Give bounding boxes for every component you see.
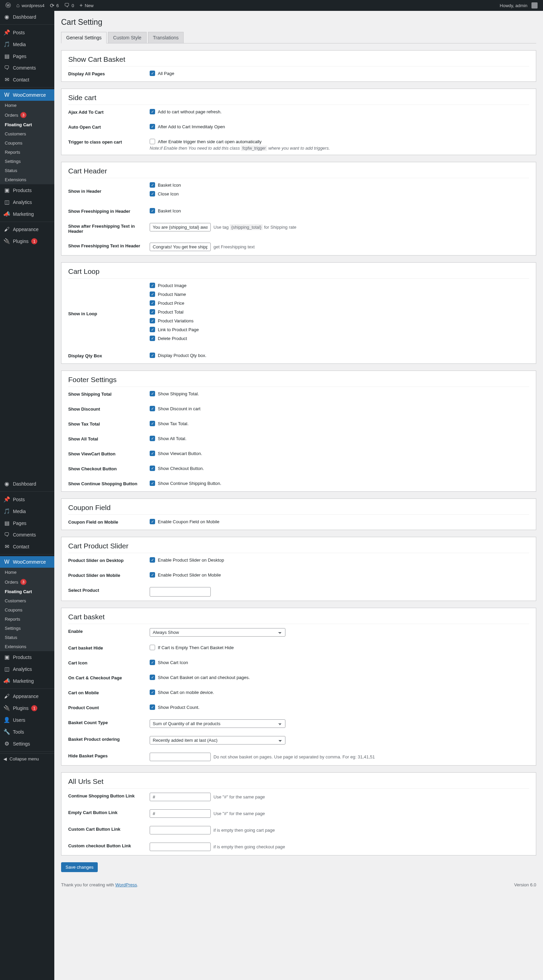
menu-plugins[interactable]: 🔌Plugins1 — [0, 235, 54, 247]
submenu-woo-reports[interactable]: Reports — [0, 148, 54, 157]
menu-products2[interactable]: ▣Products — [0, 651, 54, 663]
select-product-input[interactable] — [150, 587, 211, 597]
submenu-woo-coupons2[interactable]: Coupons — [0, 605, 54, 614]
checkbox[interactable] — [150, 660, 155, 665]
checkbox[interactable] — [150, 353, 155, 358]
submenu-woo-orders[interactable]: Orders3 — [0, 110, 54, 120]
checkbox[interactable] — [150, 182, 155, 188]
checkbox[interactable] — [150, 124, 155, 129]
checkbox[interactable] — [150, 71, 155, 76]
checkbox-row[interactable]: Show Cart on mobile device. — [150, 689, 529, 695]
checkbox-row[interactable]: Show Product Count. — [150, 705, 529, 710]
menu-analytics2[interactable]: ◫Analytics — [0, 663, 54, 675]
checkbox[interactable] — [150, 689, 155, 695]
checkbox-row[interactable]: Product Image — [150, 283, 529, 288]
checkbox-row[interactable]: Basket Icon — [150, 182, 529, 188]
checkbox[interactable] — [150, 208, 155, 213]
menu-posts[interactable]: 📌Posts — [0, 27, 54, 38]
menu-tools[interactable]: 🔧Tools — [0, 726, 54, 738]
menu-posts2[interactable]: 📌Posts — [0, 493, 54, 505]
menu-products[interactable]: ▣Products — [0, 184, 54, 196]
checkbox-row[interactable]: Enable Product Slider on Desktop — [150, 557, 529, 563]
menu-appearance[interactable]: 🖌Appearance — [0, 224, 54, 235]
submenu-woo-customers2[interactable]: Customers — [0, 596, 54, 605]
checkbox-row[interactable]: Product Total — [150, 309, 529, 315]
select-input[interactable]: Sum of Quantity of all the products — [150, 719, 285, 728]
checkbox[interactable] — [150, 139, 155, 144]
checkbox-row[interactable]: Show Viewcart Button. — [150, 451, 529, 456]
checkbox-row[interactable]: Display Product Qty box. — [150, 353, 529, 358]
submenu-woo-status2[interactable]: Status — [0, 633, 54, 642]
checkbox-row[interactable]: Show All Total. — [150, 436, 529, 441]
menu-dashboard2[interactable]: ◉Dashboard — [0, 478, 54, 490]
submenu-woo-home2[interactable]: Home — [0, 568, 54, 577]
checkbox-row[interactable]: Show Cart Icon — [150, 660, 529, 665]
menu-contact[interactable]: ✉Contact — [0, 74, 54, 86]
checkbox[interactable] — [150, 421, 155, 426]
submenu-woo-orders2[interactable]: Orders3 — [0, 577, 54, 587]
checkbox-row[interactable]: Show Discount in cart — [150, 406, 529, 411]
submenu-woo-extensions2[interactable]: Extensions — [0, 642, 54, 651]
submenu-woo-extensions[interactable]: Extensions — [0, 175, 54, 184]
checkbox[interactable] — [150, 436, 155, 441]
checkbox-row[interactable]: Close Icon — [150, 191, 529, 196]
text-input[interactable] — [150, 843, 211, 851]
updates[interactable]: ⟳6 — [47, 0, 61, 11]
checkbox-row[interactable]: Enable Product Slider on Mobile — [150, 572, 529, 578]
submenu-woo-status[interactable]: Status — [0, 166, 54, 175]
wp-logo[interactable]: ⓦ — [3, 0, 14, 11]
checkbox-row[interactable]: Show Cart Basket on cart and checkout pa… — [150, 675, 529, 680]
checkbox[interactable] — [150, 705, 155, 710]
tab-translations[interactable]: Translations — [148, 32, 184, 43]
submenu-woo-coupons[interactable]: Coupons — [0, 138, 54, 148]
new-content[interactable]: +New — [77, 0, 96, 11]
tab-custom-style[interactable]: Custom Style — [108, 32, 146, 43]
menu-woocommerce2[interactable]: WWooCommerce — [0, 556, 54, 568]
menu-comments[interactable]: 🗨Comments — [0, 62, 54, 74]
text-input[interactable] — [150, 752, 211, 761]
checkbox-row[interactable]: Show Tax Total. — [150, 421, 529, 426]
checkbox-row[interactable]: Product Name — [150, 291, 529, 297]
checkbox-row[interactable]: After Enable trigger then side cart open… — [150, 139, 529, 144]
checkbox[interactable] — [150, 519, 155, 524]
checkbox-row[interactable]: Show Continue Shipping Button. — [150, 480, 529, 486]
checkbox-row[interactable]: Add to cart without page refresh. — [150, 109, 529, 115]
text-input[interactable] — [150, 826, 211, 834]
menu-media2[interactable]: 🎵Media — [0, 505, 54, 517]
checkbox-row[interactable]: All Page — [150, 71, 529, 76]
checkbox-row[interactable]: Link to Product Page — [150, 327, 529, 332]
menu-marketing[interactable]: 📣Marketing — [0, 208, 54, 220]
text-input[interactable] — [150, 223, 211, 231]
save-button[interactable]: Save changes — [61, 862, 98, 872]
menu-settings[interactable]: ⚙Settings — [0, 738, 54, 749]
menu-comments2[interactable]: 🗨Comments — [0, 529, 54, 541]
checkbox-row[interactable]: Show Checkout Button. — [150, 466, 529, 471]
checkbox[interactable] — [150, 283, 155, 288]
checkbox[interactable] — [150, 327, 155, 332]
submenu-woo-settings2[interactable]: Settings — [0, 624, 54, 633]
checkbox[interactable] — [150, 391, 155, 396]
checkbox-row[interactable]: Product Variations — [150, 318, 529, 323]
footer-wp-link[interactable]: WordPress — [115, 882, 137, 887]
submenu-woo-customers[interactable]: Customers — [0, 129, 54, 138]
comments[interactable]: 🗨0 — [61, 0, 77, 11]
checkbox[interactable] — [150, 451, 155, 456]
menu-contact2[interactable]: ✉Contact — [0, 541, 54, 552]
menu-analytics[interactable]: ◫Analytics — [0, 196, 54, 208]
menu-dashboard[interactable]: ◉Dashboard — [0, 11, 54, 23]
submenu-woo-floating-cart2[interactable]: Floating Cart — [0, 587, 54, 596]
checkbox[interactable] — [150, 557, 155, 563]
submenu-woo-reports2[interactable]: Reports — [0, 614, 54, 624]
menu-media[interactable]: 🎵Media — [0, 38, 54, 50]
checkbox[interactable] — [150, 300, 155, 306]
checkbox-row[interactable]: Product Price — [150, 300, 529, 306]
checkbox-row[interactable]: Delete Product — [150, 336, 529, 341]
menu-appearance2[interactable]: 🖌Appearance — [0, 690, 54, 702]
menu-woocommerce[interactable]: WWooCommerce — [0, 89, 54, 101]
checkbox[interactable] — [150, 318, 155, 323]
collapse-menu[interactable]: ◀Collapse menu — [0, 753, 54, 764]
checkbox[interactable] — [150, 406, 155, 411]
checkbox[interactable] — [150, 309, 155, 315]
checkbox[interactable] — [150, 572, 155, 578]
menu-pages2[interactable]: ▤Pages — [0, 517, 54, 529]
